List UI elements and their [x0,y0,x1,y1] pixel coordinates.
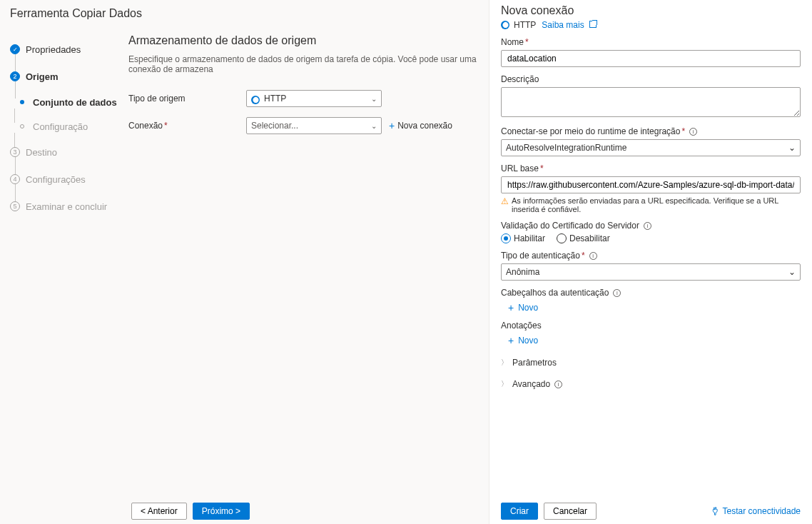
info-icon[interactable]: i [613,289,621,297]
warning-icon: ⚠ [501,196,509,206]
url-warning: ⚠ As informações serão enviadas para a U… [501,196,801,213]
plus-icon: + [508,335,514,346]
plug-icon [711,507,720,515]
step-source[interactable]: 2 Origem [10,63,121,90]
url-input[interactable] [501,176,801,193]
chevron-right-icon: 〉 [501,379,508,389]
create-button[interactable]: Criar [501,503,538,520]
step-properties[interactable]: Propriedades [10,36,121,63]
name-input[interactable] [501,50,801,67]
plus-icon: + [389,120,395,131]
add-annotation-button[interactable]: +Novo [501,335,801,346]
chevron-down-icon: ⌄ [371,95,377,103]
http-icon: ⬤ [501,21,509,29]
name-label: Nome* [501,37,801,47]
ir-select[interactable]: AutoResolveIntegrationRuntime ⌄ [501,139,801,156]
url-label: URL base* [501,163,801,173]
info-icon[interactable]: i [589,252,597,260]
substep-dataset[interactable]: Conjunto de dados [10,90,121,114]
step-review[interactable]: 5 Examinar e concluir [10,193,121,220]
external-link-icon [589,21,597,28]
wizard-sidebar: Propriedades 2 Origem Conjunto de dados … [0,30,121,523]
panel-title: Nova conexão [501,4,801,17]
advanced-expander[interactable]: 〉Avançadoi [501,379,801,389]
chevron-down-icon: ⌄ [788,143,796,153]
panel-type-badge: HTTP [514,20,536,30]
cert-disable-radio[interactable]: Desabilitar [557,233,610,243]
radio-icon [501,233,511,243]
chevron-down-icon: ⌄ [371,122,377,130]
chevron-right-icon: 〉 [501,358,508,368]
new-connection-link[interactable]: + Nova conexão [389,120,452,131]
page-title: Ferramenta Copiar Dados [0,0,489,30]
check-icon [13,46,18,53]
cert-enable-radio[interactable]: Habilitar [501,233,545,243]
connection-select[interactable]: Selecionar... ⌄ [246,117,382,134]
connection-label: Conexão* [128,121,246,131]
ir-label: Conectar-se por meio do runtime de integ… [501,126,801,136]
auth-headers-label: Cabeçalhos da autenticaçãoi [501,288,801,298]
step-settings[interactable]: 4 Configurações [10,166,121,193]
chevron-down-icon: ⌄ [788,267,796,277]
auth-type-select[interactable]: Anônima ⌄ [501,263,801,281]
description-label: Descrição [501,74,801,84]
content-area: Armazenamento de dados de origem Especif… [121,30,489,523]
cert-label: Validação do Certificado do Servidori [501,221,801,231]
radio-icon [557,233,567,243]
description-input[interactable] [501,87,801,117]
auth-type-label: Tipo de autenticação*i [501,251,801,261]
substep-config[interactable]: Configuração [10,114,121,138]
plus-icon: + [508,302,514,313]
source-type-select[interactable]: ⬤HTTP ⌄ [246,90,382,107]
http-icon: ⬤ [251,96,260,104]
source-type-label: Tipo de origem [128,94,246,104]
back-button[interactable]: < Anterior [131,503,187,520]
info-icon[interactable]: i [689,128,697,136]
info-icon[interactable]: i [644,222,651,230]
content-desc: Especifique o armazenamento de dados de … [128,54,482,74]
content-heading: Armazenamento de dados de origem [128,34,482,47]
test-connection-link[interactable]: Testar conectividade [711,506,801,516]
step-destination[interactable]: 3 Destino [10,138,121,166]
annotations-label: Anotações [501,321,801,331]
add-header-button[interactable]: +Novo [501,302,801,313]
learn-more-link[interactable]: Saiba mais [542,20,597,30]
new-connection-panel: Nova conexão ⬤ HTTP Saiba mais Nome* Des… [489,0,812,524]
cancel-button[interactable]: Cancelar [544,503,597,520]
next-button[interactable]: Próximo > [193,503,250,520]
info-icon[interactable]: i [554,381,562,388]
parameters-expander[interactable]: 〉Parâmetros [501,358,801,368]
